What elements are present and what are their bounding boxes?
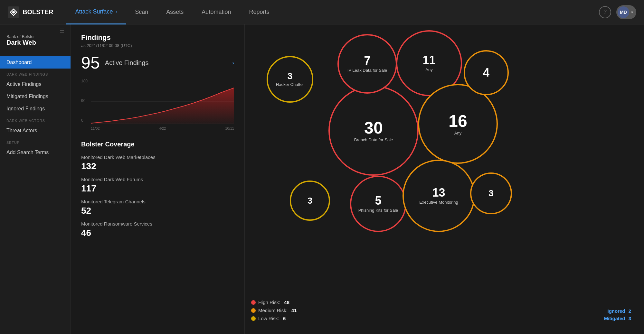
findings-count: 95 xyxy=(81,54,100,71)
active-findings-arrow[interactable]: › xyxy=(232,60,234,66)
help-button[interactable]: ? xyxy=(599,6,611,18)
main-content: Findings as 2021/11/02 09:08 (UTC) 95 Ac… xyxy=(71,24,644,334)
bubble-any-large-label: Any xyxy=(422,67,436,72)
ignored-stat: Ignored 2 xyxy=(602,308,631,314)
coverage-label-3: Monitored Ransomware Services xyxy=(81,221,234,227)
bubble-exec-monitoring-number: 13 xyxy=(432,187,445,199)
bubble-hacker-chatter-number: 3 xyxy=(288,72,293,81)
svg-point-1 xyxy=(12,11,15,14)
bubble-exec-monitoring[interactable]: 13 Executive Monitoring xyxy=(402,160,475,232)
coverage-number-3: 46 xyxy=(81,228,234,238)
legend: High Risk: 48 Medium Risk: 41 Low Risk: … xyxy=(251,300,297,321)
sidebar-section-setup: SETUP xyxy=(0,137,71,146)
coverage-title: Bolster Coverage xyxy=(81,141,234,148)
mitigated-value: 3 xyxy=(629,316,631,321)
bubble-breach-label: Breach Data for Sale xyxy=(351,137,396,142)
bubble-breach-number: 30 xyxy=(364,119,383,136)
sidebar-item-dashboard[interactable]: Dashboard xyxy=(0,56,71,69)
bubble-4-number: 4 xyxy=(483,67,489,79)
nav-item-assets[interactable]: Assets xyxy=(157,0,193,24)
bubble-phishing[interactable]: 5 Phishing Kits for Sale xyxy=(350,176,406,232)
org-name-large: Dark Web xyxy=(6,39,36,46)
chart-x-422: 4/22 xyxy=(159,126,166,130)
nav-item-scan[interactable]: Scan xyxy=(126,0,157,24)
chart-y-90: 90 xyxy=(81,98,88,103)
bubble-phishing-number: 5 xyxy=(375,195,381,207)
nav-right: ? MD ▾ xyxy=(599,5,636,19)
legend-dot-high xyxy=(251,300,256,305)
user-avatar-button[interactable]: MD ▾ xyxy=(616,5,636,19)
chart-y-180: 180 xyxy=(81,79,88,83)
legend-item-medium: Medium Risk: 41 xyxy=(251,308,297,313)
bubble-any-medium[interactable]: 16 Any xyxy=(418,84,498,164)
legend-dot-low xyxy=(251,316,256,321)
bubble-small-3-right[interactable]: 3 xyxy=(470,172,512,214)
sidebar-item-mitigated-findings[interactable]: Mitigated Findings xyxy=(0,90,71,103)
bubble-breach[interactable]: 30 Breach Data for Sale xyxy=(328,86,419,176)
sidebar-toggle[interactable]: ☰ xyxy=(60,28,64,34)
legend-value-high: 48 xyxy=(284,300,289,305)
sidebar-item-active-findings[interactable]: Active Findings xyxy=(0,78,71,90)
bubble-small-3-left[interactable]: 3 xyxy=(290,181,330,221)
coverage-number-0: 132 xyxy=(81,161,234,172)
org-header: Bank of Bolster Dark Web ☰ xyxy=(0,31,71,53)
chart-x-1102: 11/02 xyxy=(91,126,100,130)
main-layout: Bank of Bolster Dark Web ☰ Dashboard DAR… xyxy=(0,24,644,334)
sidebar-section-dark-web-actors: DARK WEB ACTORS xyxy=(0,115,71,125)
logo-text: BOLSTER xyxy=(23,8,53,16)
coverage-item-1: Monitored Dark Web Forums 117 xyxy=(81,177,234,194)
coverage-number-2: 52 xyxy=(81,206,234,216)
ignored-value: 2 xyxy=(629,308,631,314)
bubble-4[interactable]: 4 xyxy=(464,50,509,95)
sidebar-section-dark-web-findings: DARK WEB FINDINGS xyxy=(0,69,71,78)
legend-value-medium: 41 xyxy=(291,308,297,313)
legend-item-high: High Risk: 48 xyxy=(251,300,297,305)
bolster-logo-icon xyxy=(8,6,19,18)
nav-item-reports[interactable]: Reports xyxy=(240,0,278,24)
legend-value-low: 6 xyxy=(283,316,286,321)
legend-dot-medium xyxy=(251,308,256,313)
findings-title: Findings xyxy=(81,33,234,42)
bubble-phishing-label: Phishing Kits for Sale xyxy=(355,208,402,213)
legend-label-high: High Risk: xyxy=(258,300,280,305)
chart-y-labels: 180 90 0 xyxy=(81,79,88,124)
coverage-number-1: 117 xyxy=(81,183,234,194)
legend-label-low: Low Risk: xyxy=(258,316,279,321)
chart-y-0: 0 xyxy=(81,118,88,123)
bubble-chart-panel: 30 Breach Data for Sale 7 IP Leak Data f… xyxy=(245,24,644,334)
sidebar-item-ignored-findings[interactable]: Ignored Findings xyxy=(0,103,71,115)
org-name-small: Bank of Bolster xyxy=(6,34,36,39)
chevron-down-icon: ▾ xyxy=(631,10,633,14)
sidebar-item-threat-actors[interactable]: Threat Actors xyxy=(0,125,71,137)
nav-items: Attack Surface › Scan Assets Automation … xyxy=(66,0,599,24)
top-nav: BOLSTER Attack Surface › Scan Assets Aut… xyxy=(0,0,644,24)
bubble-ip-leak[interactable]: 7 IP Leak Data for Sale xyxy=(337,34,397,94)
coverage-item-0: Monitored Dark Web Marketplaces 132 xyxy=(81,154,234,172)
coverage-label-1: Monitored Dark Web Forums xyxy=(81,177,234,182)
sidebar-item-add-search-terms[interactable]: Add Search Terms xyxy=(0,146,71,159)
bubble-exec-monitoring-label: Executive Monitoring xyxy=(416,200,461,205)
legend-item-low: Low Risk: 6 xyxy=(251,316,297,321)
coverage-item-3: Monitored Ransomware Services 46 xyxy=(81,221,234,238)
bubble-ip-leak-number: 7 xyxy=(364,55,370,67)
findings-date: as 2021/11/02 09:08 (UTC) xyxy=(81,43,234,48)
nav-item-automation[interactable]: Automation xyxy=(193,0,240,24)
coverage-label-0: Monitored Dark Web Marketplaces xyxy=(81,154,234,160)
bubble-hacker-chatter-label: Hacker Chatter xyxy=(273,82,307,87)
bubble-small-3-left-number: 3 xyxy=(308,196,313,205)
active-findings-row: 95 Active Findings › xyxy=(81,54,234,71)
nav-item-attack-surface[interactable]: Attack Surface › xyxy=(66,0,126,24)
bubble-ip-leak-label: IP Leak Data for Sale xyxy=(344,68,390,73)
active-findings-label: Active Findings xyxy=(105,59,227,67)
chart-x-labels: 11/02 4/22 10/11 xyxy=(91,126,234,130)
logo: BOLSTER xyxy=(8,6,53,18)
bubble-hacker-chatter[interactable]: 3 Hacker Chatter xyxy=(267,56,313,103)
chevron-right-icon: › xyxy=(116,9,117,14)
mitigated-stat: Mitigated 3 xyxy=(602,316,631,321)
chart-svg-area xyxy=(91,79,234,124)
bubble-any-large-number: 11 xyxy=(422,54,435,66)
bottom-right-stats: Ignored 2 Mitigated 3 xyxy=(602,308,631,321)
coverage-item-2: Monitored Telegram Channels 52 xyxy=(81,199,234,216)
bubble-any-medium-number: 16 xyxy=(449,113,467,129)
chart-x-1011: 10/11 xyxy=(225,126,234,130)
